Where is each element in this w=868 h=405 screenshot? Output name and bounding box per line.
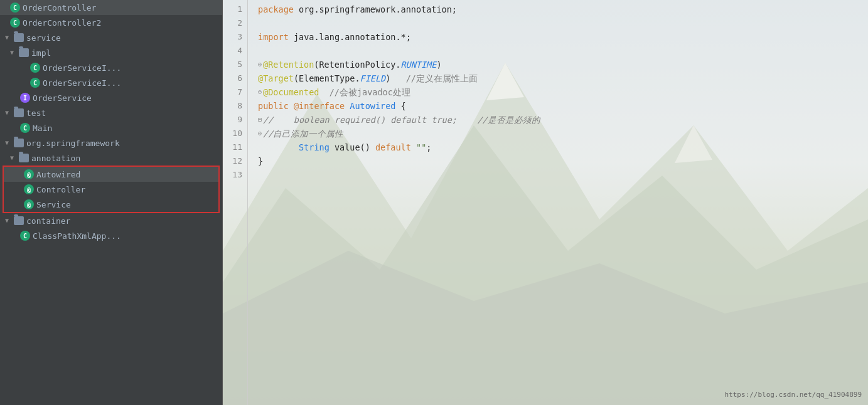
chevron-down-icon: ▼ xyxy=(5,217,13,224)
annotation-badge: @ xyxy=(24,199,34,209)
tree-item-order-controller[interactable]: C OrderController xyxy=(0,0,222,15)
file-tree[interactable]: C OrderController C OrderController2 ▼ s… xyxy=(0,0,223,405)
keyword-package: package xyxy=(258,3,299,16)
fold-marker-9: ⊟ xyxy=(258,113,262,127)
tree-item-label: OrderServiceI... xyxy=(43,63,121,73)
watermark: https://blog.csdn.net/qq_41904899 xyxy=(724,391,862,399)
code-lines[interactable]: package org.springframework.annotation; … xyxy=(248,0,868,405)
line-num-9: 9 xyxy=(223,113,242,127)
code-line-7: ⊖ @Documented //会被javadoc处理 xyxy=(258,85,868,99)
line-numbers: 1 2 3 4 5 6 7 8 9 10 11 12 13 xyxy=(223,0,248,405)
code-line-5: ⊖ @Retention(RetentionPolicy.RUNTIME) xyxy=(258,58,868,71)
class-badge: C xyxy=(30,63,40,73)
line-num-13: 13 xyxy=(223,168,242,182)
annotation-badge: @ xyxy=(24,184,34,194)
tree-item-order-service-impl2[interactable]: C OrderServiceI... xyxy=(0,75,222,90)
tree-item-main[interactable]: C Main xyxy=(0,120,222,135)
tree-item-controller[interactable]: @ Controller xyxy=(4,182,218,197)
tree-item-label: container xyxy=(26,216,70,226)
tree-item-label: OrderController xyxy=(23,3,96,13)
tree-item-order-service-impl1[interactable]: C OrderServiceI... xyxy=(0,60,222,75)
folder-icon xyxy=(14,108,24,117)
line-num-2: 2 xyxy=(223,16,242,30)
chevron-down-icon: ▼ xyxy=(5,139,13,147)
annotation-badge: @ xyxy=(24,169,34,179)
tree-item-label: ClassPathXmlApp... xyxy=(33,231,121,241)
tree-item-label: annotation xyxy=(31,154,80,163)
editor-content: 1 2 3 4 5 6 7 8 9 10 11 12 13 package or… xyxy=(223,0,868,405)
code-line-10: ⊖ //自己添加一个属性 xyxy=(258,127,868,140)
tree-item-label: test xyxy=(26,108,46,118)
tree-item-org-springframework[interactable]: ▼ org.springframework xyxy=(0,135,222,150)
tree-item-label: OrderServiceI... xyxy=(43,78,121,88)
line-num-12: 12 xyxy=(223,154,242,168)
code-line-13 xyxy=(258,168,868,182)
class-badge: C xyxy=(20,231,30,241)
class-badge: C xyxy=(30,78,40,88)
code-line-6: @Target(ElementType.FIELD) //定义在属性上面 xyxy=(258,71,868,85)
tree-item-annotation-folder[interactable]: ▼ annotation xyxy=(0,150,222,166)
tree-item-container-folder[interactable]: ▼ container xyxy=(0,213,222,228)
folder-icon xyxy=(19,154,29,162)
interface-badge: I xyxy=(20,93,30,103)
line-num-4: 4 xyxy=(223,44,242,58)
tree-item-label: impl xyxy=(31,48,51,58)
line-num-3: 3 xyxy=(223,30,242,44)
tree-item-label: Service xyxy=(36,200,71,209)
fold-marker-7: ⊖ xyxy=(258,85,262,99)
line-num-6: 6 xyxy=(223,71,242,85)
tree-item-service-folder[interactable]: ▼ service xyxy=(0,30,222,45)
fold-marker-5: ⊖ xyxy=(258,58,262,71)
keyword-import: import xyxy=(258,30,294,44)
tree-item-autowired[interactable]: @ Autowired xyxy=(4,167,218,182)
chevron-down-icon: ▼ xyxy=(5,109,13,117)
tree-item-label: OrderController2 xyxy=(23,18,101,28)
folder-icon xyxy=(19,48,29,57)
code-line-11: String value() default ""; xyxy=(258,140,868,154)
tree-item-classpathxmlapp[interactable]: C ClassPathXmlApp... xyxy=(0,228,222,243)
class-badge: C xyxy=(20,123,30,133)
chevron-down-icon: ▼ xyxy=(10,49,18,56)
tree-item-label: Autowired xyxy=(36,170,80,179)
fold-marker-10: ⊖ xyxy=(258,127,262,140)
code-editor: 1 2 3 4 5 6 7 8 9 10 11 12 13 package or… xyxy=(223,0,868,405)
code-line-2 xyxy=(258,16,868,30)
chevron-down-icon: ▼ xyxy=(10,154,18,162)
code-line-8: public @interface Autowired { xyxy=(258,99,868,113)
chevron-down-icon: ▼ xyxy=(5,34,13,41)
tree-item-impl-folder[interactable]: ▼ impl xyxy=(0,45,222,60)
tree-item-service-annotation[interactable]: @ Service xyxy=(4,197,218,212)
line-num-8: 8 xyxy=(223,99,242,113)
code-line-1: package org.springframework.annotation; xyxy=(258,3,868,16)
tree-item-label: service xyxy=(26,33,61,43)
folder-icon xyxy=(14,33,24,42)
folder-icon xyxy=(14,139,24,147)
line-num-1: 1 xyxy=(223,3,242,16)
line-num-11: 11 xyxy=(223,140,242,154)
line-num-5: 5 xyxy=(223,58,242,71)
annotation-files-group: @ Autowired @ Controller @ Service xyxy=(3,166,220,213)
code-line-4 xyxy=(258,44,868,58)
tree-item-label: Controller xyxy=(36,185,85,194)
line-num-10: 10 xyxy=(223,127,242,140)
tree-item-label: org.springframework xyxy=(26,139,120,148)
tree-item-label: OrderService xyxy=(33,93,92,103)
tree-item-label: Main xyxy=(33,124,52,133)
code-line-3: import java.lang.annotation.*; xyxy=(258,30,868,44)
class-badge: C xyxy=(10,3,20,13)
code-line-12: } xyxy=(258,154,868,168)
tree-item-order-controller2[interactable]: C OrderController2 xyxy=(0,15,222,30)
code-line-9: ⊟ // boolean required() default true; //… xyxy=(258,113,868,127)
tree-item-order-service[interactable]: I OrderService xyxy=(0,90,222,105)
line-num-7: 7 xyxy=(223,85,242,99)
class-badge: C xyxy=(10,18,20,28)
tree-item-test-folder[interactable]: ▼ test xyxy=(0,105,222,120)
folder-icon xyxy=(14,216,24,225)
